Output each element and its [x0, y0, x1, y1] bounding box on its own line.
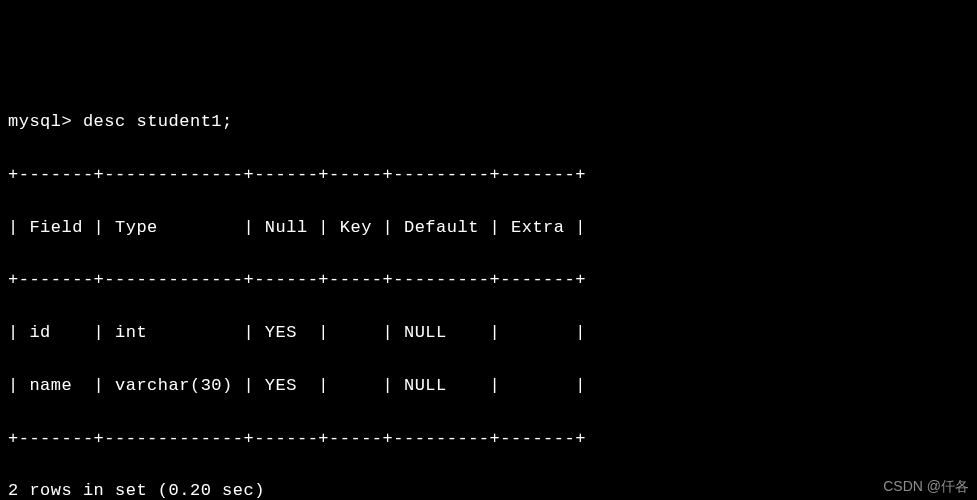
watermark: CSDN @仟各	[883, 476, 969, 498]
result-summary: 2 rows in set (0.20 sec)	[8, 478, 969, 500]
table-header-row: | Field | Type | Null | Key | Default | …	[8, 215, 969, 241]
table-border-mid: +-------+-------------+------+-----+----…	[8, 267, 969, 293]
table-row: | name | varchar(30) | YES | | NULL | |	[8, 373, 969, 399]
table-row: | id | int | YES | | NULL | |	[8, 320, 969, 346]
mysql-prompt: mysql>	[8, 112, 83, 131]
table-border-top: +-------+-------------+------+-----+----…	[8, 162, 969, 188]
mysql-command: desc student1;	[83, 112, 233, 131]
mysql-prompt-line-1: mysql> desc student1;	[8, 109, 969, 135]
table-border-bot: +-------+-------------+------+-----+----…	[8, 426, 969, 452]
